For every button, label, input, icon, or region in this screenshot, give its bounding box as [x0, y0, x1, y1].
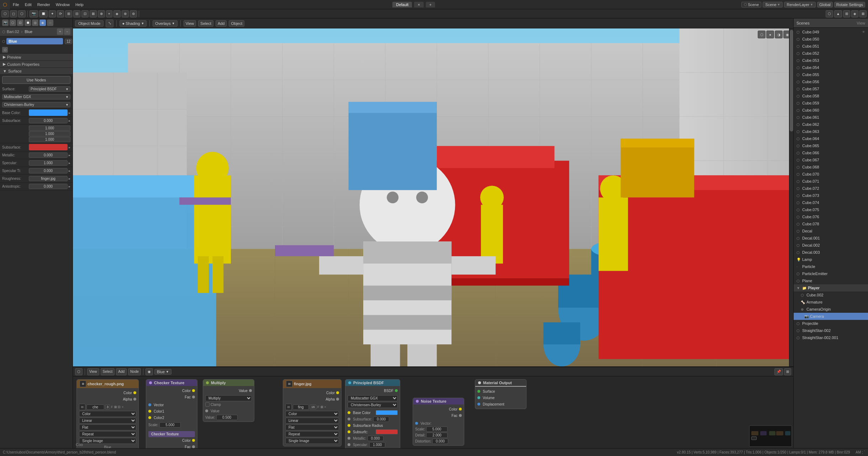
subsurface-color-icon[interactable]: ▸: [69, 145, 70, 149]
scene-item-cube066[interactable]: ⬡ Cube.066: [794, 149, 868, 156]
ne-snap-btn[interactable]: ⊞: [784, 368, 791, 375]
toolbar-btn-15[interactable]: ⊛: [122, 10, 129, 17]
remove-material-btn[interactable]: −: [64, 28, 70, 35]
scene-item-cube062[interactable]: ⬡ Cube.062: [794, 121, 868, 128]
scene-item-cube065[interactable]: ⬡ Cube.065: [794, 142, 868, 149]
scene-item-plane[interactable]: ⬡ Plane: [794, 277, 868, 284]
menu-window[interactable]: Window: [53, 2, 73, 7]
scene-item-cube076[interactable]: ⬡ Cube.076: [794, 213, 868, 220]
roughness-icon[interactable]: ▸: [69, 177, 70, 181]
toolbar-btn-11[interactable]: ⊠: [90, 10, 97, 17]
ne-node-btn[interactable]: Node: [128, 368, 141, 375]
scene-item-cube056[interactable]: ⬡ Cube.056: [794, 78, 868, 85]
mul-value-input[interactable]: [216, 415, 238, 420]
bsdf-metallic-input[interactable]: [367, 436, 383, 441]
rotate-settings-btn[interactable]: Rotate Settings: [834, 2, 865, 7]
toolbar-btn-5[interactable]: 🔲: [39, 10, 48, 17]
scene-item-cube052[interactable]: ⬡ Cube.052: [794, 50, 868, 57]
global-btn[interactable]: Global: [817, 2, 833, 7]
preview-section[interactable]: ▶ Preview: [0, 54, 73, 61]
sub-val-3[interactable]: 1.000: [29, 137, 70, 142]
ne-pin-btn[interactable]: 📌: [774, 368, 783, 375]
fi-f[interactable]: F: [317, 405, 319, 409]
prop-icon-view[interactable]: ⊡: [17, 20, 23, 26]
nr-img-name[interactable]: [86, 404, 104, 410]
scene-item-cube067[interactable]: ⬡ Cube.067: [794, 156, 868, 163]
solid-btn[interactable]: ●: [766, 31, 774, 38]
viewport-canvas[interactable]: X Y Z ⬡ ● ◑ ◉: [73, 28, 793, 366]
bsdf-dist-select[interactable]: Multiscatter GGX: [348, 395, 398, 401]
specular-icon[interactable]: ▸: [69, 161, 70, 165]
scene-item-projectile[interactable]: ⬡ Projectile: [794, 320, 868, 327]
roughness-value[interactable]: finger.jpg: [29, 176, 68, 181]
mul-op-select[interactable]: Multiply: [205, 395, 252, 401]
scene-item-cube078[interactable]: ⬡ Cube.078: [794, 220, 868, 227]
nr-interp-select[interactable]: Linear: [79, 418, 136, 424]
nr-num[interactable]: 3: [105, 404, 110, 409]
shading-btn[interactable]: ● Shading ▼: [120, 20, 147, 27]
lookdev-btn[interactable]: ◑: [775, 31, 783, 38]
ne-view-btn[interactable]: View: [87, 368, 99, 375]
subsurface-icon[interactable]: ▸: [69, 119, 70, 123]
toolbar-icons-right-4[interactable]: ◈: [851, 10, 858, 17]
prop-icon-particles[interactable]: ·:·: [47, 20, 53, 26]
select-menu[interactable]: Select: [198, 20, 213, 27]
custom-properties-section[interactable]: ▶ Custom Properties: [0, 61, 73, 68]
view-label[interactable]: View: [857, 21, 865, 25]
toolbar-btn-16[interactable]: ⊚: [130, 10, 137, 17]
scene-item-cube050[interactable]: ⬡ Cube.050: [794, 36, 868, 43]
toolbar-btn-9[interactable]: ⊟: [73, 10, 80, 17]
anisotropic-icon[interactable]: ▸: [69, 184, 70, 188]
toolbar-icons-right-3[interactable]: ⊞: [843, 10, 850, 17]
bsdf-specular-input[interactable]: [369, 442, 385, 447]
bsdf-base-color-swatch[interactable]: [376, 410, 398, 415]
use-nodes-button[interactable]: Use Nodes: [2, 76, 70, 84]
scene-item-cameraorigin[interactable]: ⊕ CameraOrigin: [794, 306, 868, 313]
scene-item-cube075[interactable]: ⬡ Cube.075: [794, 206, 868, 213]
menu-render[interactable]: Render: [35, 2, 53, 7]
scene-item-cube051[interactable]: ⬡ Cube.051: [794, 43, 868, 50]
scene-item-camera[interactable]: 📷 Camera: [794, 313, 868, 320]
viewport-vscrollbar-thumb[interactable]: [790, 30, 793, 131]
prop-icon-render[interactable]: 📷: [2, 20, 9, 26]
base-color-value[interactable]: [29, 109, 68, 116]
scene-item-player[interactable]: ▼ 📁 Player: [794, 284, 868, 291]
toolbar-btn-6[interactable]: ✦: [49, 10, 56, 17]
view-menu[interactable]: View: [184, 20, 196, 27]
nr-icons[interactable]: ⊞ ⊡: [114, 405, 121, 409]
noise-distortion-input[interactable]: [432, 439, 448, 444]
ne-select-btn[interactable]: Select: [101, 368, 115, 375]
scene-item-cube002[interactable]: ⬡ Cube.002: [794, 291, 868, 299]
scene-item-cube059[interactable]: ⬡ Cube.059: [794, 100, 868, 107]
scene-item-decal[interactable]: ⬡ Decal: [794, 227, 868, 235]
material-index[interactable]: 12: [65, 39, 72, 44]
scene-item-armature[interactable]: 🦴 Armature: [794, 299, 868, 306]
node-canvas[interactable]: ▦ checker_rough.png Color Alpha: [73, 376, 793, 448]
nr-ext-select[interactable]: Repeat: [79, 431, 136, 437]
scene-item-cube072[interactable]: ⬡ Cube.072: [794, 185, 868, 192]
fi-src-select[interactable]: Single Image: [285, 438, 339, 444]
subsurface-color-value[interactable]: [29, 144, 68, 150]
toolbar-btn-7[interactable]: ⟳: [57, 10, 64, 17]
nr-proj-select[interactable]: Flat: [79, 424, 136, 430]
workspace-tab-add[interactable]: +: [426, 2, 435, 7]
ne-material-icon[interactable]: ◉: [145, 368, 153, 375]
scene-item-decal001[interactable]: ⬡ Decal.001: [794, 235, 868, 242]
scene-item-decal003[interactable]: ⬡ Decal.003: [794, 249, 868, 256]
add-menu[interactable]: Add: [216, 20, 227, 27]
fi-img-name[interactable]: [293, 404, 309, 410]
prop-icon-world[interactable]: ◎: [32, 20, 38, 26]
prop-icon-material[interactable]: ◉: [39, 20, 46, 26]
nr-source-select[interactable]: Single Image: [79, 438, 136, 444]
scene-item-cube074[interactable]: ⬡ Cube.074: [794, 199, 868, 206]
sub-val-2[interactable]: 1.000: [29, 131, 70, 136]
toolbar-icons-right-5[interactable]: ⊠: [859, 10, 867, 17]
scene-item-straightstar002[interactable]: ⬡ StraightStar-002: [794, 327, 868, 334]
noise-scale-input[interactable]: [426, 427, 448, 432]
toolbar-btn-2[interactable]: ◻: [10, 10, 17, 17]
scene-item-cube055[interactable]: ⬡ Cube.055: [794, 71, 868, 78]
specular-tint-value[interactable]: 0.000: [29, 168, 68, 173]
viewport-vscrollbar[interactable]: [789, 28, 793, 366]
diffuse-select[interactable]: Christensen-Burley ▼: [2, 102, 70, 107]
toolbar-btn-3[interactable]: ⬡: [18, 10, 26, 17]
